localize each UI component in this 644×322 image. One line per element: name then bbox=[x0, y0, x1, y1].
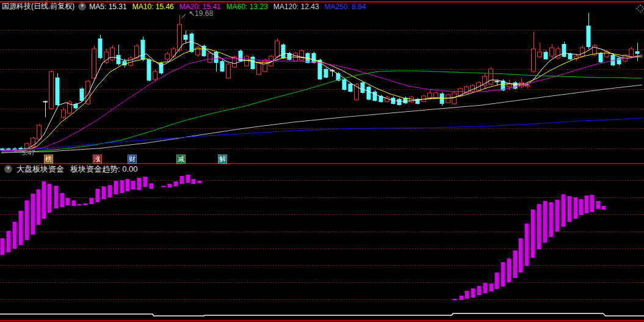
ma250-value: MA250: 8.94 bbox=[325, 2, 366, 11]
candles bbox=[1, 13, 640, 153]
stock-title: 国源科技(日线.前复权) bbox=[2, 1, 74, 12]
ma-line-MA250 bbox=[1, 118, 642, 150]
chevron-down-icon[interactable]: ▼ bbox=[78, 2, 86, 10]
quick-button-zhang[interactable]: 涨 bbox=[93, 155, 102, 164]
quick-button-cai[interactable]: 财 bbox=[128, 155, 137, 164]
cursor-marker bbox=[637, 5, 644, 12]
ma-line-MA120 bbox=[1, 85, 642, 153]
fund-trend-bars bbox=[1, 175, 606, 301]
ma60-value: MA60: 13.23 bbox=[226, 2, 268, 11]
zero-line-group bbox=[0, 313, 644, 316]
quick-button-bang[interactable]: 榜 bbox=[44, 155, 53, 164]
ma5-value: MA5: 15.31 bbox=[89, 2, 126, 11]
ma20-value: MA20: 15.41 bbox=[179, 2, 221, 11]
zero-line bbox=[0, 313, 644, 316]
ma10-value: MA10: 15.46 bbox=[132, 2, 174, 11]
trough-price-label: 5.47 bbox=[22, 149, 35, 156]
top-info-bar: 国源科技(日线.前复权) ▼ MA5: 15.31 MA10: 15.46 MA… bbox=[0, 2, 372, 11]
sub-panel-title: 大盘板块资金 bbox=[16, 164, 64, 175]
quick-button-jie[interactable]: 解 bbox=[218, 155, 227, 164]
chevron-down-icon[interactable]: ▼ bbox=[4, 165, 12, 173]
trading-app-window: 国源科技(日线.前复权) ▼ MA5: 15.31 MA10: 15.46 MA… bbox=[0, 0, 644, 322]
ma-line-MA60 bbox=[1, 71, 642, 153]
sub-panel-header: ▼ 大盘板块资金 板块资金趋势: 0.00 bbox=[0, 164, 138, 174]
ma120-value: MA120: 12.43 bbox=[273, 2, 319, 11]
sub-indicator-value: 板块资金趋势: 0.00 bbox=[70, 164, 138, 175]
quick-button-jian[interactable]: 减 bbox=[176, 155, 186, 164]
